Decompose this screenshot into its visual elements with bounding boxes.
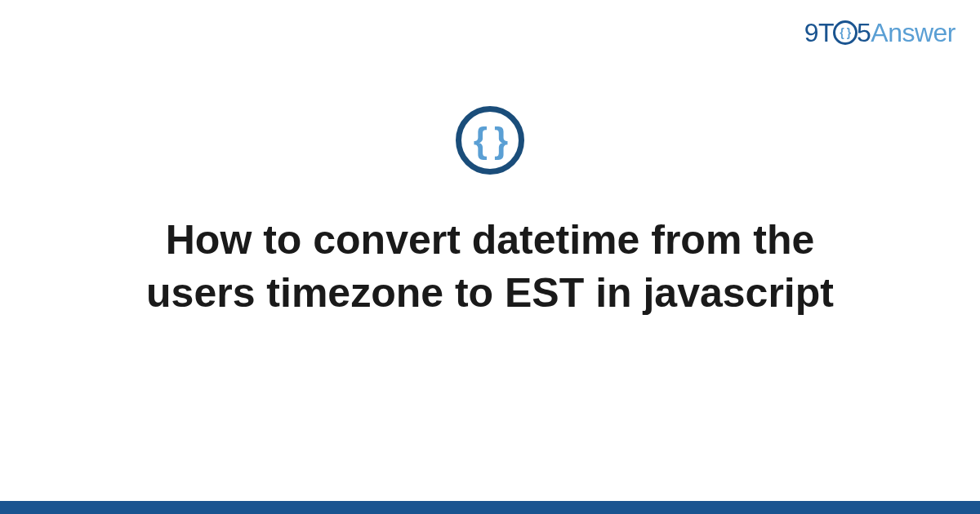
main-content: { } How to convert datetime from the use… (0, 106, 980, 320)
logo-text-5: 5 (857, 18, 871, 47)
footer-accent-bar (0, 501, 980, 514)
logo-text-answer: Answer (871, 18, 956, 47)
logo-circle-icon: { } (833, 20, 858, 45)
topic-icon-circle: { } (456, 106, 524, 175)
logo-text-9t: 9T (804, 18, 834, 47)
site-logo: 9T{ }5Answer (804, 18, 956, 48)
question-title: How to convert datetime from the users t… (90, 214, 890, 320)
code-braces-icon: { } (474, 120, 506, 161)
